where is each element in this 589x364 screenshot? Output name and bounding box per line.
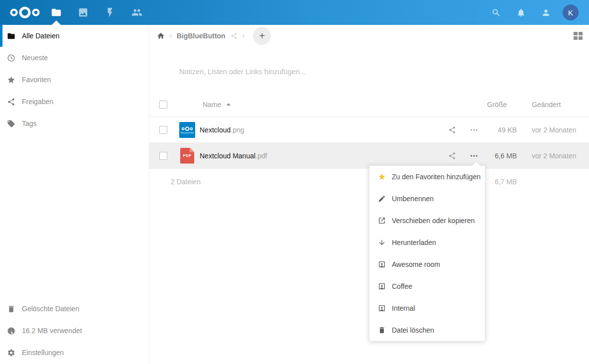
download-icon — [378, 239, 386, 246]
home-icon — [157, 32, 165, 40]
grid-square — [574, 32, 578, 35]
gear-icon — [7, 349, 15, 357]
file-row-nextcloud-manual-pdf[interactable]: PDF Nextcloud Manual.pdf 6,6 MB vor 2 Mo… — [149, 143, 589, 169]
sidebar-item-shares[interactable]: Freigaben — [0, 91, 149, 113]
sidebar-item-deleted-files[interactable]: Gelöschte Dateien — [0, 298, 149, 320]
tag-icon — [7, 120, 15, 128]
chevron-right-icon: › — [169, 31, 172, 41]
active-app-caret — [52, 20, 61, 25]
menu-item-awesome-room[interactable]: Awesome room — [369, 253, 485, 275]
room-icon — [378, 260, 386, 268]
ellipsis-icon — [470, 151, 478, 160]
menu-item-label: Awesome room — [392, 260, 440, 268]
pdf-badge: PDF — [183, 153, 192, 158]
lightning-icon — [105, 7, 116, 18]
grid-square — [574, 36, 578, 40]
new-file-button[interactable]: + — [253, 27, 271, 45]
share-icon — [7, 98, 15, 106]
menu-item-label: Verschieben oder kopieren — [392, 217, 475, 225]
column-header-size[interactable]: Größe — [485, 101, 517, 109]
app-menu — [46, 0, 153, 25]
top-right-actions: K — [488, 0, 579, 25]
file-row-nextcloud-png[interactable]: Nextcloud Hub Nextcloud.png 49 KB vor 2 … — [149, 117, 589, 143]
top-bar: K — [0, 0, 589, 25]
sidebar-item-all-files[interactable]: Alle Dateien — [0, 25, 149, 47]
file-thumbnail-pdf: PDF — [180, 148, 194, 164]
notifications-button[interactable] — [513, 4, 529, 20]
file-name[interactable]: Nextcloud.png — [200, 126, 441, 134]
breadcrumb-current-folder[interactable]: BigBlueButton — [177, 32, 226, 40]
file-extension: .png — [231, 126, 244, 134]
sidebar-item-label: Neueste — [22, 54, 48, 62]
menu-item-internal[interactable]: Internal — [369, 297, 485, 319]
row-share-button[interactable] — [441, 143, 463, 168]
share-icon — [448, 126, 456, 134]
row-actions-menu-button[interactable] — [463, 117, 485, 142]
star-icon — [7, 76, 15, 84]
sidebar-item-settings[interactable]: Einstellungen — [0, 342, 149, 364]
file-table-header: Name Größe Geändert — [149, 92, 589, 117]
clock-icon — [7, 54, 15, 62]
search-icon — [491, 8, 501, 17]
users-icon — [131, 7, 142, 18]
grid-view-toggle[interactable] — [574, 32, 583, 40]
sidebar-item-label: Freigaben — [22, 98, 53, 106]
sidebar-item-tags[interactable]: Tags — [0, 113, 149, 134]
sidebar-item-label: Tags — [22, 120, 37, 127]
ellipsis-icon — [470, 125, 478, 134]
menu-item-coffee[interactable]: Coffee — [369, 275, 485, 297]
bell-icon — [516, 8, 526, 17]
menu-item-rename[interactable]: Umbenennen — [369, 188, 485, 210]
file-name[interactable]: Nextcloud Manual.pdf — [200, 152, 441, 160]
sidebar-item-recent[interactable]: Neueste — [0, 47, 149, 69]
room-icon — [378, 282, 386, 290]
nextcloud-logo-thumb — [181, 126, 193, 131]
trash-icon — [378, 326, 386, 334]
column-header-name-label: Name — [203, 101, 221, 109]
menu-item-label: Datei löschen — [392, 326, 434, 334]
row-checkbox[interactable] — [159, 152, 167, 160]
file-size: 49 KB — [485, 126, 517, 134]
sidebar-item-quota[interactable]: 16.2 MB verwendet — [0, 320, 149, 342]
breadcrumb-share-button[interactable] — [231, 32, 237, 39]
file-extension: .pdf — [255, 152, 267, 160]
select-all-checkbox[interactable] — [159, 101, 167, 109]
contacts-menu-button[interactable] — [538, 4, 554, 20]
sidebar-footer: Gelöschte Dateien 16.2 MB verwendet Eins… — [0, 298, 149, 364]
row-share-button[interactable] — [441, 117, 463, 142]
notes-input[interactable]: Notizen, Listen oder Links hinzufügen... — [179, 68, 528, 76]
breadcrumb-home[interactable] — [157, 32, 165, 40]
app-contacts[interactable] — [126, 0, 147, 25]
folder-icon — [7, 32, 15, 40]
room-icon — [378, 304, 386, 312]
total-size: 6,7 MB — [485, 178, 517, 186]
row-checkbox[interactable] — [159, 126, 167, 134]
menu-item-label: Umbenennen — [392, 195, 434, 203]
move-icon — [378, 217, 386, 225]
file-basename: Nextcloud — [200, 126, 231, 134]
app-photos[interactable] — [73, 0, 94, 25]
sidebar-item-label: Gelöschte Dateien — [22, 305, 79, 313]
chevron-right-icon: › — [242, 31, 245, 41]
user-avatar[interactable]: K — [563, 4, 579, 20]
app-activity[interactable] — [100, 0, 120, 25]
sidebar-item-favorites[interactable]: Favoriten — [0, 69, 149, 91]
file-modified: vor 2 Monaten — [532, 152, 582, 160]
column-header-name[interactable]: Name — [203, 101, 441, 109]
search-button[interactable] — [488, 4, 504, 20]
file-thumbnail-image: Nextcloud Hub — [179, 122, 195, 138]
trash-icon — [7, 305, 15, 313]
file-modified: vor 2 Monaten — [532, 126, 582, 134]
menu-item-download[interactable]: Herunterladen — [369, 232, 485, 253]
app-files[interactable] — [46, 0, 67, 25]
pencil-icon — [378, 195, 386, 203]
column-header-modified[interactable]: Geändert — [532, 101, 582, 109]
menu-item-delete-file[interactable]: Datei löschen — [369, 319, 485, 341]
menu-item-add-to-favorites[interactable]: Zu den Favoriten hinzufügen — [369, 166, 485, 188]
file-actions-menu: Zu den Favoriten hinzufügen Umbenennen V… — [369, 165, 485, 342]
menu-item-move-or-copy[interactable]: Verschieben oder kopieren — [369, 210, 485, 232]
sidebar-item-label: Alle Dateien — [22, 32, 60, 40]
sidebar-item-label: Favoriten — [22, 76, 51, 84]
files-sidebar: Alle Dateien Neueste Favoriten Freigaben… — [0, 25, 149, 364]
nextcloud-logo[interactable] — [9, 6, 41, 19]
